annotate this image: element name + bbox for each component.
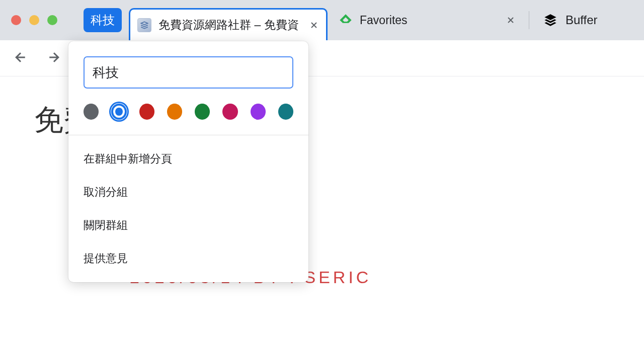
- color-option-blue[interactable]: [111, 104, 126, 120]
- forward-button[interactable]: [46, 50, 61, 67]
- menu-ungroup[interactable]: 取消分組: [68, 176, 308, 209]
- extension-buffer[interactable]: Buffer: [543, 13, 598, 27]
- window-close-button[interactable]: [11, 15, 21, 25]
- tab-group-label[interactable]: 科技: [84, 8, 122, 32]
- menu-send-feedback[interactable]: 提供意見: [68, 242, 308, 275]
- group-color-picker: [68, 89, 308, 135]
- browser-title-bar: 科技 免費資源網路社群 – 免費資 Favorites Buffer: [0, 0, 644, 40]
- window-zoom-button[interactable]: [47, 15, 57, 25]
- tab-title: 免費資源網路社群 – 免費資: [158, 17, 304, 33]
- close-icon[interactable]: [506, 15, 516, 25]
- tab-favicon: [339, 13, 353, 27]
- window-minimize-button[interactable]: [29, 15, 39, 25]
- color-option-pink[interactable]: [222, 104, 237, 120]
- back-button[interactable]: [13, 50, 28, 67]
- tab-separator: [529, 11, 529, 29]
- group-menu-list: 在群組中新增分頁 取消分組 關閉群組 提供意見: [68, 135, 308, 282]
- browser-tab[interactable]: Favorites: [332, 6, 523, 34]
- color-option-green[interactable]: [195, 104, 210, 120]
- window-controls: [11, 15, 57, 25]
- close-icon[interactable]: [309, 20, 319, 30]
- color-option-purple[interactable]: [251, 104, 266, 120]
- menu-new-tab-in-group[interactable]: 在群組中新增分頁: [68, 142, 308, 176]
- group-name-input[interactable]: [84, 56, 293, 89]
- extension-label: Buffer: [566, 13, 598, 27]
- tab-group-context-menu: 在群組中新增分頁 取消分組 關閉群組 提供意見: [68, 41, 308, 282]
- color-option-grey[interactable]: [84, 104, 99, 120]
- color-option-orange[interactable]: [167, 104, 182, 120]
- browser-tab-active[interactable]: 免費資源網路社群 – 免費資: [129, 8, 328, 40]
- menu-close-group[interactable]: 關閉群組: [68, 209, 308, 242]
- color-option-cyan[interactable]: [278, 104, 293, 120]
- color-option-red[interactable]: [139, 104, 154, 120]
- buffer-icon: [543, 13, 557, 27]
- tab-favicon: [137, 18, 151, 32]
- tab-title: Favorites: [360, 14, 501, 27]
